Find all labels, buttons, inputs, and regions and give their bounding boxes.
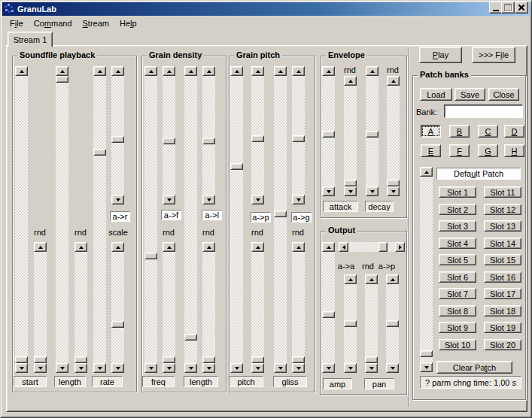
scroll-track[interactable] bbox=[74, 252, 87, 363]
bank-button-h[interactable]: H bbox=[504, 144, 524, 157]
scroll-down-button[interactable] bbox=[322, 186, 335, 196]
menu-item-stream[interactable]: Stream bbox=[78, 17, 114, 29]
scroll-track[interactable] bbox=[163, 252, 175, 363]
scroll-up-button[interactable] bbox=[251, 66, 264, 76]
slider-pan-rnd[interactable] bbox=[365, 274, 378, 373]
scroll-down-button[interactable] bbox=[111, 195, 124, 204]
scroll-up-button[interactable] bbox=[366, 66, 378, 76]
slider-freq-rnd[interactable] bbox=[163, 242, 175, 373]
scroll-track[interactable] bbox=[348, 242, 395, 252]
scroll-up-button[interactable] bbox=[93, 66, 106, 76]
slot-button-20[interactable]: Slot 20 bbox=[484, 339, 521, 350]
scroll-track[interactable] bbox=[163, 76, 175, 195]
scroll-up-button[interactable] bbox=[202, 66, 215, 76]
clear-patch-button[interactable]: Clear Patch bbox=[436, 361, 512, 374]
scroll-down-button[interactable] bbox=[344, 186, 357, 196]
scroll-up-button[interactable] bbox=[56, 66, 68, 76]
scroll-thumb[interactable] bbox=[322, 311, 335, 318]
bank-button-e[interactable]: E bbox=[421, 144, 441, 157]
scroll-track[interactable] bbox=[202, 76, 215, 195]
scroll-thumb[interactable] bbox=[111, 136, 124, 143]
scroll-thumb[interactable] bbox=[111, 321, 124, 328]
scroll-down-button[interactable] bbox=[344, 363, 357, 373]
slot-button-16[interactable]: Slot 16 bbox=[484, 271, 521, 283]
save-button[interactable]: Save bbox=[454, 88, 485, 101]
scroll-thumb[interactable] bbox=[251, 356, 264, 363]
scroll-down-button[interactable] bbox=[387, 186, 400, 196]
bank-button-a[interactable]: A bbox=[421, 125, 441, 138]
scroll-up-button[interactable] bbox=[292, 242, 305, 252]
scroll-up-button[interactable] bbox=[386, 274, 399, 284]
slot-button-5[interactable]: Slot 5 bbox=[439, 254, 476, 265]
scroll-thumb[interactable] bbox=[292, 135, 305, 142]
play-button[interactable]: Play bbox=[419, 47, 462, 63]
slider-decay-rnd[interactable] bbox=[387, 76, 400, 196]
bank-name-input[interactable] bbox=[444, 104, 523, 118]
slider-start-main[interactable] bbox=[15, 66, 28, 373]
slider-gliss-rnd[interactable] bbox=[292, 242, 305, 373]
slider-pitch-main[interactable] bbox=[230, 66, 243, 373]
slot-button-14[interactable]: Slot 14 bbox=[484, 238, 521, 249]
scroll-up-button[interactable] bbox=[230, 66, 243, 76]
slot-button-1[interactable]: Slot 1 bbox=[439, 186, 476, 198]
slider-amp-to-gliss[interactable] bbox=[292, 66, 305, 204]
slider-rate-scale[interactable] bbox=[111, 242, 124, 373]
scroll-track[interactable] bbox=[34, 252, 47, 363]
slider-amp-to-pitch[interactable] bbox=[251, 66, 264, 204]
scroll-up-button[interactable] bbox=[74, 242, 87, 252]
slider-attack-rnd[interactable] bbox=[344, 76, 357, 196]
scroll-thumb[interactable] bbox=[420, 350, 433, 357]
scroll-up-button[interactable] bbox=[34, 242, 47, 252]
scroll-up-button[interactable] bbox=[344, 274, 357, 284]
scroll-thumb[interactable] bbox=[15, 356, 28, 363]
slider-attack-main[interactable] bbox=[322, 66, 335, 196]
scroll-up-button[interactable] bbox=[344, 76, 357, 86]
scroll-down-button[interactable] bbox=[292, 363, 305, 373]
slider-gliss-main[interactable] bbox=[274, 66, 287, 373]
scroll-track[interactable] bbox=[111, 252, 124, 363]
bank-button-d[interactable]: D bbox=[504, 125, 524, 138]
scroll-down-button[interactable] bbox=[274, 363, 287, 373]
slot-button-19[interactable]: Slot 19 bbox=[484, 322, 521, 333]
scroll-thumb[interactable] bbox=[144, 253, 157, 259]
scroll-thumb[interactable] bbox=[292, 356, 305, 363]
scroll-up-button[interactable] bbox=[274, 66, 287, 76]
scroll-track[interactable] bbox=[144, 76, 157, 363]
scroll-down-button[interactable] bbox=[251, 363, 264, 373]
scroll-track[interactable] bbox=[322, 252, 335, 363]
scroll-down-button[interactable] bbox=[386, 363, 399, 373]
title-bar[interactable]: GranuLab bbox=[2, 2, 530, 16]
slider-grainlen-main[interactable] bbox=[184, 66, 197, 373]
scroll-down-button[interactable] bbox=[93, 363, 106, 373]
scroll-track[interactable] bbox=[365, 284, 378, 363]
scroll-down-button[interactable] bbox=[56, 363, 68, 373]
scroll-thumb[interactable] bbox=[366, 131, 378, 138]
slider-length-main[interactable] bbox=[56, 66, 68, 373]
scroll-up-button[interactable] bbox=[184, 66, 197, 76]
tab-stream-1[interactable]: Stream 1 bbox=[8, 32, 53, 47]
scroll-down-button[interactable] bbox=[144, 363, 157, 373]
scroll-track[interactable] bbox=[93, 76, 106, 363]
scroll-thumb[interactable] bbox=[202, 356, 215, 363]
scroll-thumb[interactable] bbox=[322, 131, 335, 138]
scroll-thumb[interactable] bbox=[34, 356, 47, 363]
slider-freq-main[interactable] bbox=[144, 66, 157, 373]
slider-grainlen-rnd[interactable] bbox=[202, 242, 215, 373]
slider-start-rnd[interactable] bbox=[34, 242, 47, 373]
scroll-track[interactable] bbox=[251, 252, 264, 363]
slot-button-11[interactable]: Slot 11 bbox=[484, 186, 521, 198]
scroll-down-button[interactable] bbox=[366, 186, 378, 196]
scroll-down-button[interactable] bbox=[111, 363, 124, 373]
slot-button-8[interactable]: Slot 8 bbox=[439, 305, 476, 317]
default-patch-button[interactable]: Default Patch bbox=[436, 168, 521, 180]
slot-button-18[interactable]: Slot 18 bbox=[484, 305, 521, 317]
scroll-up-button[interactable] bbox=[322, 242, 335, 252]
scroll-thumb[interactable] bbox=[74, 356, 87, 363]
scroll-thumb[interactable] bbox=[387, 180, 400, 186]
slider-pitch-rnd[interactable] bbox=[251, 242, 264, 373]
slot-button-2[interactable]: Slot 2 bbox=[439, 204, 476, 215]
slider-decay-main[interactable] bbox=[366, 66, 378, 196]
slot-button-4[interactable]: Slot 4 bbox=[439, 238, 476, 249]
scroll-up-button[interactable] bbox=[365, 274, 378, 284]
scroll-track[interactable] bbox=[387, 86, 400, 186]
